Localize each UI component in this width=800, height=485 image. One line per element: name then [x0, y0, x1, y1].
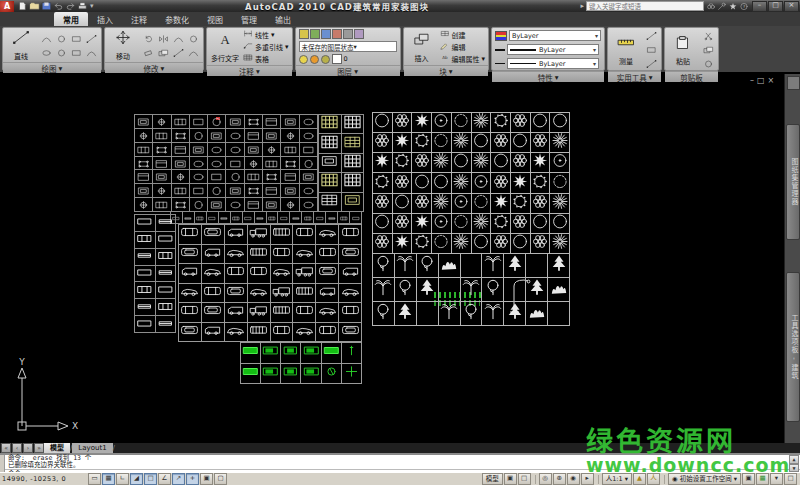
ortho-toggle[interactable]: ∟ — [116, 473, 129, 485]
pan-icon[interactable]: ◎ — [539, 473, 552, 485]
doc-close-button[interactable]: × — [768, 76, 775, 85]
创建-button[interactable]: 创建 — [440, 29, 486, 40]
ducs-toggle[interactable]: ↗ — [172, 473, 185, 485]
tab-管理[interactable]: 管理 — [232, 12, 266, 26]
ellipse-button[interactable] — [39, 46, 53, 59]
command-scrollbar[interactable]: ▲ ▼ — [789, 455, 799, 472]
performance-icon[interactable]: ▦ — [756, 473, 769, 485]
revcloud-button[interactable] — [69, 46, 83, 59]
save-icon[interactable] — [41, 1, 52, 11]
lineweight-dropdown[interactable]: ByLayer▾ — [507, 44, 599, 55]
tab-插入[interactable]: 插入 — [88, 12, 122, 26]
wrench-icon[interactable] — [717, 1, 727, 11]
toolbar-lock-icon[interactable]: ▣ — [742, 473, 755, 485]
minimize-button[interactable]: – — [752, 1, 767, 12]
layer-off-icon[interactable] — [343, 29, 353, 39]
palette-collapse-icon[interactable] — [787, 76, 800, 90]
open-file-icon[interactable] — [29, 1, 40, 11]
otrack-toggle[interactable]: ∠ — [158, 473, 171, 485]
quickview-drawings-icon[interactable]: □ — [518, 473, 531, 485]
quickselect-button[interactable] — [644, 57, 658, 70]
layer-props-icon[interactable] — [299, 29, 309, 39]
sheet-tab-模型[interactable]: 模型 — [44, 443, 70, 453]
autocad-logo-icon[interactable]: A — [0, 1, 14, 12]
polar-toggle[interactable]: ◢ — [130, 473, 143, 485]
drawing-canvas[interactable]: – □ × Y X — [0, 74, 785, 443]
zoom-icon[interactable]: ⊕ — [553, 473, 566, 485]
steeringwheel-icon[interactable]: ◉ — [567, 473, 580, 485]
线性-button[interactable]: 线性▾ — [243, 29, 289, 40]
copy-button[interactable] — [156, 46, 170, 59]
osnap-toggle[interactable]: □ — [144, 473, 157, 485]
infocenter-expand-icon[interactable]: ▸ — [578, 2, 586, 10]
tab-视图[interactable]: 视图 — [198, 12, 232, 26]
search-input[interactable] — [586, 1, 704, 11]
lwt-toggle[interactable]: ▣ — [200, 473, 213, 485]
color-dropdown[interactable]: ByLayer▾ — [509, 30, 601, 41]
binoculars-icon[interactable] — [706, 1, 716, 11]
erase-button[interactable] — [141, 46, 155, 59]
quickview-layouts-icon[interactable]: ▣ — [504, 473, 517, 485]
layer-lock-icon[interactable] — [354, 29, 364, 39]
qp-toggle[interactable]: ▢ — [214, 473, 227, 485]
redo-icon[interactable] — [65, 1, 76, 11]
clean-screen-icon[interactable]: □ — [784, 473, 797, 485]
annotation-visibility-icon[interactable]: ▲ — [633, 473, 646, 485]
annotation-autoscale-icon[interactable]: 人 — [647, 473, 660, 485]
close-button[interactable]: × — [784, 1, 799, 12]
linetype-dropdown[interactable]: ByLayer▾ — [507, 58, 599, 69]
annotation-scale-button[interactable]: 人1:1 ▾ — [602, 473, 632, 485]
restore-button[interactable]: □ — [768, 1, 783, 12]
tool-palettes-tab[interactable]: 工具选项板 - 建筑 — [786, 272, 800, 422]
snap-toggle[interactable]: ▭ — [88, 473, 101, 485]
粘贴-button[interactable]: 粘贴 — [668, 34, 698, 66]
help-icon[interactable]: ? — [739, 1, 749, 11]
doc-restore-button[interactable]: □ — [757, 76, 765, 85]
stretch-button[interactable] — [171, 46, 185, 59]
command-window[interactable]: 命令: _erase 找到 13 个 已删除填充边界关联性。 命令: ▲ ▼ — [0, 453, 800, 472]
status-menu-icon[interactable]: ▾ — [770, 473, 783, 485]
tab-nav-icon[interactable]: » — [34, 443, 44, 453]
layer-prev-icon[interactable] — [321, 29, 331, 39]
多行文字-button[interactable]: A多行文字 — [210, 31, 240, 63]
测量-button[interactable]: 测量 — [611, 34, 641, 66]
grid-toggle[interactable]: ▦ — [102, 473, 115, 485]
star-icon[interactable] — [728, 1, 738, 11]
matchprop-button[interactable] — [701, 57, 715, 70]
command-resize-handle[interactable] — [0, 455, 5, 472]
tab-nav-icon[interactable]: « — [1, 443, 11, 453]
model-space-button[interactable]: 模型 — [482, 473, 503, 485]
tab-nav-icon[interactable]: ‹ — [12, 443, 22, 453]
tab-常用[interactable]: 常用 — [54, 12, 88, 26]
layer-match-icon[interactable] — [310, 29, 320, 39]
tab-注释[interactable]: 注释 — [122, 12, 156, 26]
tab-参数化[interactable]: 参数化 — [156, 12, 198, 26]
插入-button[interactable]: 插入 — [407, 31, 437, 63]
编辑-button[interactable]: 编辑 — [440, 41, 486, 52]
表格-button[interactable]: 表格 — [243, 53, 289, 64]
tab-nav-icon[interactable]: › — [23, 443, 33, 453]
tab-输出[interactable]: 输出 — [266, 12, 300, 26]
new-file-icon[interactable] — [17, 1, 28, 11]
scroll-down-icon[interactable]: ▼ — [789, 464, 799, 473]
scroll-up-icon[interactable]: ▲ — [789, 455, 799, 464]
current-layer-row[interactable]: 0 — [299, 54, 397, 64]
编辑属性-button[interactable]: Ab编辑属性▾ — [440, 53, 486, 64]
layer-iso-icon[interactable] — [332, 29, 342, 39]
plot-icon[interactable] — [77, 1, 88, 11]
undo-icon[interactable] — [53, 1, 64, 11]
直线-button[interactable]: 直线 — [6, 29, 36, 61]
doc-minimize-button[interactable]: – — [750, 76, 754, 85]
dyn-toggle[interactable]: + — [186, 473, 199, 485]
offset-button[interactable] — [186, 46, 200, 59]
layer-state-dropdown[interactable]: 未保存的图层状态▾ — [299, 41, 397, 52]
qat-more-icon[interactable]: ▾ — [88, 2, 96, 10]
移动-button[interactable]: 移动 — [108, 29, 138, 61]
sheet-tab-Layout1[interactable]: Layout1 — [72, 443, 112, 453]
pline-button[interactable] — [54, 46, 68, 59]
多重引线-button[interactable]: 多重引线▾ — [243, 41, 289, 52]
spline-button[interactable] — [84, 46, 98, 59]
showmotion-icon[interactable]: ▸ — [581, 473, 594, 485]
workspace-switch-button[interactable]: ◉ 初始设置工作空间 ▾ — [668, 473, 741, 485]
sheet-set-manager-tab[interactable]: 图纸集管理器 — [786, 124, 800, 240]
